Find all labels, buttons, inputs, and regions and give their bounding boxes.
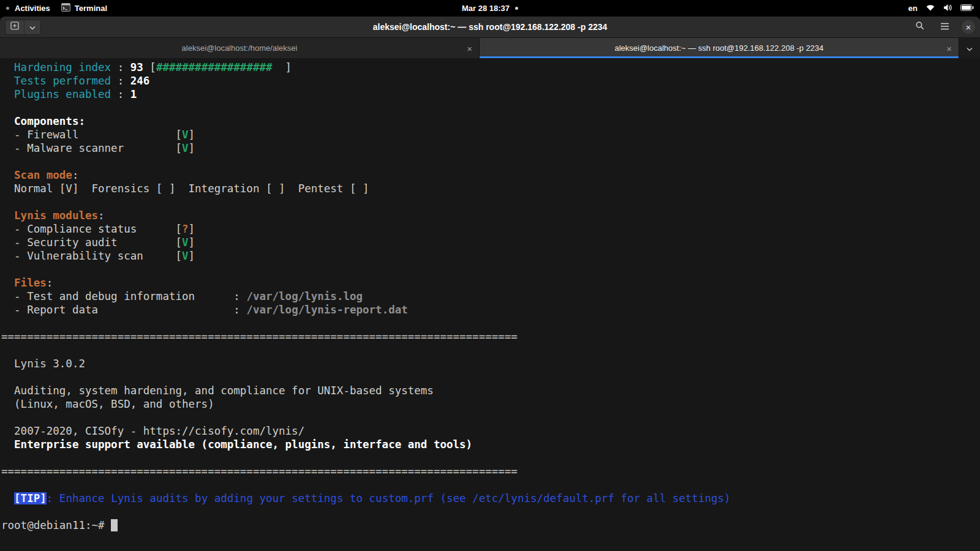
terminal-line <box>1 317 979 330</box>
terminal-line: 2007-2020, CISOfy - https://cisofy.com/l… <box>1 424 979 438</box>
window-title: aleksei@localhost:~ — ssh root@192.168.1… <box>373 22 608 32</box>
system-status-area[interactable]: en <box>908 4 974 13</box>
window-close-button[interactable]: × <box>962 20 975 34</box>
terminal-app-icon <box>61 3 70 13</box>
new-tab-split-button <box>5 20 41 35</box>
terminal-line <box>1 101 979 114</box>
terminal-line: Files: <box>1 276 979 290</box>
tab-close-icon[interactable]: × <box>946 43 952 53</box>
tab-list-dropdown-button[interactable] <box>959 38 980 58</box>
battery-icon <box>960 4 974 13</box>
search-icon <box>915 21 925 33</box>
activities-label: Activities <box>15 4 50 13</box>
volume-icon <box>943 4 952 13</box>
terminal-line <box>1 263 979 276</box>
terminal-line: Lynis modules: <box>1 209 979 222</box>
terminal-line: Components: <box>1 114 979 128</box>
terminal-line: - Security audit [V] <box>1 236 979 249</box>
terminal-line: ========================================… <box>1 465 979 478</box>
clock-label: Mar 28 18:37 <box>462 4 510 13</box>
terminal-line: (Linux, macOS, BSD, and others) <box>1 397 979 411</box>
clock-button[interactable]: Mar 28 18:37 <box>462 0 518 17</box>
terminal-line: Hardening index : 93 [##################… <box>1 61 979 74</box>
terminal-headerbar: aleksei@localhost:~ — ssh root@192.168.1… <box>0 17 980 38</box>
search-button[interactable] <box>913 20 927 34</box>
terminal-line: Tests performed : 246 <box>1 74 979 88</box>
desktop: Activities Terminal Mar 28 18:37 en <box>0 0 980 551</box>
terminal-line: - Vulnerability scan [V] <box>1 249 979 263</box>
terminal-line: root@debian11:~# <box>1 519 979 532</box>
activities-button[interactable]: Activities <box>6 0 50 17</box>
terminal-line: - Test and debug information : /var/log/… <box>1 290 979 303</box>
tab-bar: aleksei@localhost:/home/aleksei × alekse… <box>0 38 980 58</box>
close-icon: × <box>966 23 971 32</box>
terminal-line: Lynis 3.0.2 <box>1 357 979 370</box>
terminal-line <box>1 505 979 519</box>
terminal-line: Enterprise support available (compliance… <box>1 438 979 451</box>
terminal-line: - Firewall [V] <box>1 128 979 141</box>
terminal-line: - Malware scanner [V] <box>1 141 979 155</box>
activities-indicator-icon <box>6 7 9 10</box>
terminal-line <box>1 343 979 357</box>
notification-dot <box>515 7 518 10</box>
new-tab-button[interactable] <box>6 20 24 34</box>
terminal-line <box>1 411 979 424</box>
terminal-line: [TIP]: Enhance Lynis audits by adding yo… <box>1 492 979 505</box>
terminal-line: Plugins enabled : 1 <box>1 88 979 101</box>
tab-close-icon[interactable]: × <box>467 43 472 53</box>
tab-title: aleksei@localhost:/home/aleksei <box>182 43 298 53</box>
app-menu-button[interactable]: Terminal <box>61 0 107 17</box>
wifi-icon <box>925 4 935 13</box>
terminal-line: - Report data : /var/log/lynis-report.da… <box>1 303 979 317</box>
chevron-down-icon <box>967 43 973 54</box>
new-tab-dropdown-button[interactable] <box>24 20 40 34</box>
hamburger-menu-icon <box>940 21 949 32</box>
tab-title: aleksei@localhost:~ — ssh root@192.168.1… <box>614 43 823 53</box>
terminal-line <box>1 155 979 168</box>
terminal-line <box>1 370 979 384</box>
terminal-line: ========================================… <box>1 330 979 343</box>
tab-local-shell[interactable]: aleksei@localhost:/home/aleksei × <box>0 38 480 58</box>
keyboard-layout-indicator: en <box>908 4 918 13</box>
terminal-line: Normal [V] Forensics [ ] Integration [ ]… <box>1 182 979 195</box>
terminal-output[interactable]: Hardening index : 93 [##################… <box>0 58 980 551</box>
terminal-line: - Compliance status [?] <box>1 222 979 236</box>
chevron-down-icon <box>29 21 36 32</box>
main-menu-button[interactable] <box>937 20 952 34</box>
app-menu-label: Terminal <box>75 4 107 13</box>
terminal-line <box>1 195 979 209</box>
terminal-line: Scan mode: <box>1 168 979 182</box>
terminal-line: Auditing, system hardening, and complian… <box>1 384 979 397</box>
tab-ssh-session[interactable]: aleksei@localhost:~ — ssh root@192.168.1… <box>480 38 959 58</box>
terminal-line <box>1 478 979 492</box>
new-tab-icon <box>10 21 19 32</box>
terminal-line <box>1 451 979 465</box>
gnome-top-bar: Activities Terminal Mar 28 18:37 en <box>0 0 980 17</box>
